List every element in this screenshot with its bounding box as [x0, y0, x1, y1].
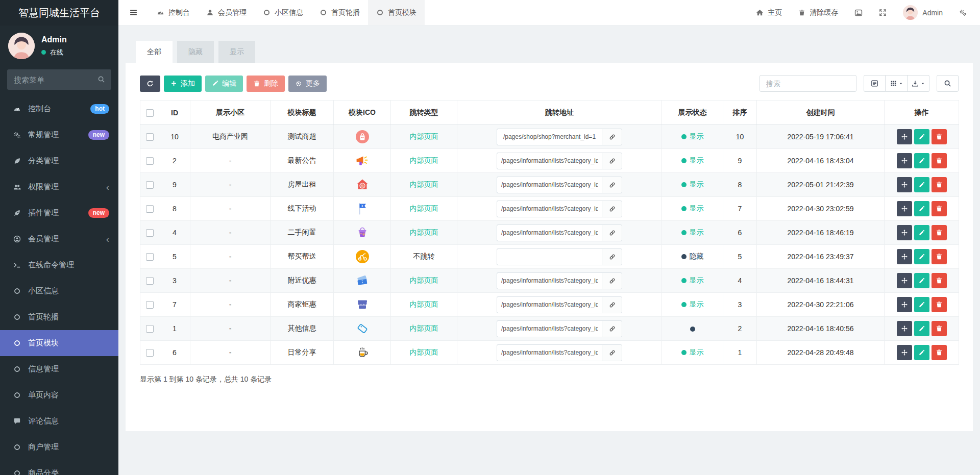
- row-edit-button[interactable]: [914, 297, 929, 312]
- row-delete-button[interactable]: [932, 177, 947, 192]
- jump-url-input[interactable]: [497, 248, 602, 265]
- move-button[interactable]: [897, 177, 912, 192]
- row-checkbox[interactable]: [146, 253, 154, 261]
- status-badge[interactable]: 显示: [681, 156, 704, 164]
- sidebar-item[interactable]: 商品分类: [0, 460, 118, 475]
- fullscreen-button[interactable]: [871, 0, 895, 25]
- jump-url-input[interactable]: [497, 129, 602, 145]
- row-delete-button[interactable]: [932, 201, 947, 216]
- row-delete-button[interactable]: [932, 321, 947, 336]
- columns-button[interactable]: [886, 75, 908, 92]
- topbar-tab[interactable]: 控制台: [149, 0, 198, 25]
- link-button[interactable]: [602, 344, 622, 361]
- sidebar-item[interactable]: 商户管理: [0, 434, 118, 460]
- link-button[interactable]: [602, 248, 622, 265]
- row-checkbox[interactable]: [146, 349, 154, 357]
- link-button[interactable]: [602, 224, 622, 241]
- row-edit-button[interactable]: [914, 345, 929, 360]
- link-button[interactable]: [602, 129, 622, 145]
- sidebar-item[interactable]: 在线命令管理: [0, 252, 118, 278]
- status-badge[interactable]: 显示: [681, 228, 704, 236]
- move-button[interactable]: [897, 153, 912, 168]
- sidebar-item[interactable]: 会员管理‹: [0, 226, 118, 252]
- status-badge[interactable]: 显示: [681, 300, 704, 308]
- clear-cache-button[interactable]: 清除缓存: [790, 0, 846, 25]
- edit-button[interactable]: 编辑: [205, 76, 243, 92]
- row-checkbox[interactable]: [146, 277, 154, 285]
- status-badge[interactable]: 显示: [681, 276, 704, 284]
- column-header[interactable]: 模块ICO: [334, 101, 391, 125]
- row-edit-button[interactable]: [914, 321, 929, 336]
- add-button[interactable]: 添加: [164, 76, 202, 92]
- jump-url-input[interactable]: [497, 272, 602, 289]
- row-delete-button[interactable]: [932, 297, 947, 312]
- move-button[interactable]: [897, 345, 912, 360]
- table-search-button[interactable]: [937, 75, 959, 92]
- filter-tab[interactable]: 显示: [218, 41, 255, 63]
- sidebar-item[interactable]: 信息管理: [0, 356, 118, 382]
- move-button[interactable]: [897, 129, 912, 144]
- move-button[interactable]: [897, 273, 912, 288]
- row-edit-button[interactable]: [914, 153, 929, 168]
- column-header[interactable]: ID: [159, 101, 190, 125]
- sidebar-item[interactable]: 小区信息: [0, 278, 118, 304]
- jump-url-input[interactable]: [497, 224, 602, 241]
- move-button[interactable]: [897, 297, 912, 312]
- topbar-tab[interactable]: 会员管理: [198, 0, 255, 25]
- link-button[interactable]: [602, 296, 622, 313]
- row-delete-button[interactable]: [932, 225, 947, 240]
- status-badge[interactable]: 显示: [681, 132, 704, 140]
- row-checkbox[interactable]: [146, 157, 154, 165]
- more-button[interactable]: 更多: [288, 76, 327, 92]
- column-header[interactable]: 跳转类型: [391, 101, 457, 125]
- sidebar-item[interactable]: 插件管理new: [0, 200, 118, 226]
- column-header[interactable]: 展示小区: [190, 101, 271, 125]
- column-header[interactable]: 跳转地址: [457, 101, 662, 125]
- sidebar-item[interactable]: 首页轮播: [0, 304, 118, 330]
- topbar-tab[interactable]: 首页模块: [368, 0, 425, 25]
- row-delete-button[interactable]: [932, 249, 947, 264]
- link-button[interactable]: [602, 153, 622, 169]
- move-button[interactable]: [897, 321, 912, 336]
- link-button[interactable]: [602, 201, 622, 217]
- row-checkbox[interactable]: [146, 205, 154, 213]
- table-search-input[interactable]: [760, 75, 856, 92]
- row-checkbox[interactable]: [146, 133, 154, 141]
- status-badge[interactable]: [690, 324, 695, 333]
- topbar-user-menu[interactable]: Admin: [895, 0, 951, 25]
- sidebar-item[interactable]: 控制台hot: [0, 96, 118, 122]
- detail-view-button[interactable]: [864, 75, 886, 92]
- row-delete-button[interactable]: [932, 345, 947, 360]
- row-edit-button[interactable]: [914, 225, 929, 240]
- row-edit-button[interactable]: [914, 201, 929, 216]
- status-badge[interactable]: 隐藏: [681, 252, 704, 260]
- status-badge[interactable]: 显示: [681, 348, 704, 356]
- row-delete-button[interactable]: [932, 129, 947, 144]
- sidebar-item[interactable]: 首页模块: [0, 330, 118, 356]
- row-checkbox[interactable]: [146, 301, 154, 309]
- sidebar-item[interactable]: 评论信息: [0, 408, 118, 434]
- delete-button[interactable]: 删除: [247, 76, 285, 92]
- filter-tab[interactable]: 隐藏: [177, 41, 214, 63]
- status-badge[interactable]: 显示: [681, 180, 704, 188]
- column-header[interactable]: 创建时间: [757, 101, 885, 125]
- topbar-tab[interactable]: 首页轮播: [311, 0, 368, 25]
- jump-url-input[interactable]: [497, 320, 602, 337]
- move-button[interactable]: [897, 225, 912, 240]
- jump-url-input[interactable]: [497, 201, 602, 217]
- sidebar-search-input[interactable]: [7, 69, 111, 90]
- jump-url-input[interactable]: [497, 344, 602, 361]
- jump-url-input[interactable]: [497, 153, 602, 169]
- row-edit-button[interactable]: [914, 273, 929, 288]
- filter-tab[interactable]: 全部: [136, 41, 173, 63]
- column-header[interactable]: 展示状态: [662, 101, 723, 125]
- status-badge[interactable]: 显示: [681, 204, 704, 212]
- row-edit-button[interactable]: [914, 177, 929, 192]
- row-checkbox[interactable]: [146, 229, 154, 237]
- link-button[interactable]: [602, 272, 622, 289]
- move-button[interactable]: [897, 249, 912, 264]
- menu-toggle-icon[interactable]: [118, 0, 149, 25]
- select-all-checkbox[interactable]: [146, 109, 154, 117]
- row-checkbox[interactable]: [146, 325, 154, 333]
- sidebar-item[interactable]: 单页内容: [0, 382, 118, 408]
